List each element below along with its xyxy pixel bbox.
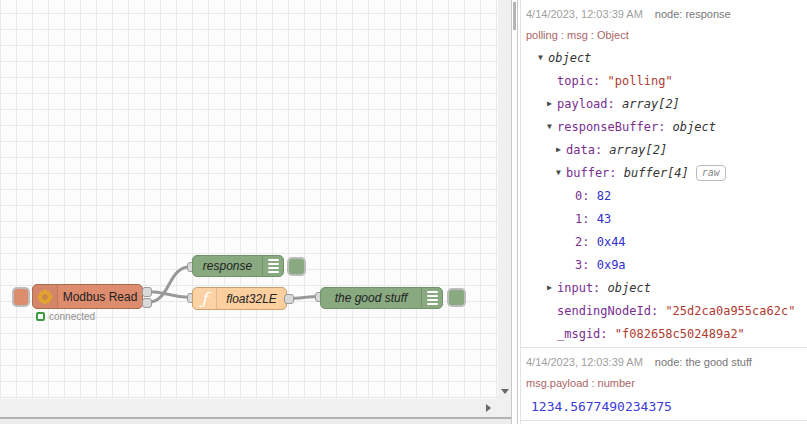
source-node-label: node: response bbox=[655, 8, 731, 20]
debug-tree-row: 3: 0x9a bbox=[538, 253, 807, 276]
sidebar-scrollbar-thumb[interactable] bbox=[513, 2, 516, 30]
modbus-output-port-1[interactable] bbox=[142, 287, 152, 297]
debug-number-value: 1234.5677490234375 bbox=[526, 394, 807, 418]
debug-message-topic: msg.payload : number bbox=[526, 372, 807, 394]
object-value: array[2] bbox=[609, 143, 667, 157]
node-red-editor: Modbus Read connected response ƒ float32… bbox=[0, 0, 807, 424]
status-dot-icon bbox=[36, 312, 45, 321]
debug-tree-row: ▶payload: array[2] bbox=[538, 92, 807, 115]
debug-sidebar[interactable]: 4/14/2023, 12:03:39 AM node: response po… bbox=[518, 0, 807, 424]
function-output-port[interactable] bbox=[284, 294, 294, 304]
node-label: float32LE bbox=[217, 288, 286, 309]
object-key: topic: bbox=[557, 74, 608, 88]
collapse-icon[interactable]: ▼ bbox=[547, 122, 557, 131]
source-node-label: node: the good stuff bbox=[655, 356, 752, 368]
debug-tree-row: 2: 0x44 bbox=[538, 230, 807, 253]
debug-message-meta: 4/14/2023, 12:03:39 AM node: the good st… bbox=[526, 352, 807, 372]
debug-tree-row: ▶input: object bbox=[538, 276, 807, 299]
expand-icon[interactable]: ▶ bbox=[547, 283, 557, 292]
object-key: input: bbox=[557, 281, 608, 295]
sidebar-scrollbar[interactable] bbox=[511, 0, 518, 424]
flow-canvas[interactable]: Modbus Read connected response ƒ float32… bbox=[0, 0, 498, 399]
node-label: Modbus Read bbox=[58, 285, 142, 308]
timestamp: 4/14/2023, 12:03:39 AM bbox=[526, 356, 643, 368]
node-modbus-read[interactable]: Modbus Read bbox=[32, 284, 143, 309]
scroll-down-arrow-icon[interactable] bbox=[501, 389, 509, 394]
object-value: 43 bbox=[597, 212, 611, 226]
expand-icon[interactable]: ▶ bbox=[556, 145, 566, 154]
debug-message-response[interactable]: 4/14/2023, 12:03:39 AM node: response po… bbox=[521, 0, 807, 348]
object-value: "25d2ca0a955ca62c" bbox=[665, 304, 795, 318]
object-value: object bbox=[548, 51, 591, 65]
node-label: response bbox=[193, 256, 262, 276]
debug-tree-row: ▼object bbox=[538, 46, 807, 69]
object-value: array[2] bbox=[622, 97, 680, 111]
raw-toggle-button[interactable]: raw bbox=[696, 165, 726, 181]
object-key: buffer: bbox=[566, 166, 624, 180]
debug-tree-row: 1: 43 bbox=[538, 207, 807, 230]
wire-modbus-to-function[interactable] bbox=[147, 292, 192, 298]
debug-tree-row: topic: "polling" bbox=[538, 69, 807, 92]
window-bottom-edge bbox=[0, 417, 511, 424]
object-key: _msgid: bbox=[557, 327, 615, 341]
debug-tree-row: ▼responseBuffer: object bbox=[538, 115, 807, 138]
debug-tree: ▼objecttopic: "polling"▶payload: array[2… bbox=[526, 46, 807, 345]
object-value: 82 bbox=[597, 189, 611, 203]
object-value: 0x44 bbox=[597, 235, 626, 249]
debug-message-meta: 4/14/2023, 12:03:39 AM node: response bbox=[526, 4, 807, 24]
object-key: 0: bbox=[575, 189, 597, 203]
goodstuff-debug-toggle-button[interactable] bbox=[447, 288, 466, 307]
response-debug-toggle-button[interactable] bbox=[287, 257, 306, 276]
debug-message-list: 4/14/2023, 12:03:39 AM node: response po… bbox=[520, 0, 807, 424]
modbus-output-port-2[interactable] bbox=[142, 298, 152, 308]
function-icon: ƒ bbox=[193, 288, 217, 309]
object-value: buffer[4] bbox=[624, 166, 689, 180]
scroll-right-arrow-icon[interactable] bbox=[486, 404, 491, 412]
object-value: object bbox=[673, 120, 716, 134]
canvas-horizontal-scrollbar[interactable] bbox=[0, 399, 511, 417]
canvas-vertical-scrollbar[interactable] bbox=[498, 0, 511, 399]
object-key: 1: bbox=[575, 212, 597, 226]
debug-icon bbox=[421, 288, 442, 308]
collapse-icon[interactable]: ▼ bbox=[556, 168, 566, 177]
node-float32le[interactable]: ƒ float32LE bbox=[192, 287, 287, 310]
debug-tree-row: ▼buffer: buffer[4]raw bbox=[538, 161, 807, 184]
timestamp: 4/14/2023, 12:03:39 AM bbox=[526, 8, 643, 20]
debug-tree-row: ▶data: array[2] bbox=[538, 138, 807, 161]
object-value: "f082658c502489a2" bbox=[615, 327, 745, 341]
object-key: data: bbox=[566, 143, 609, 157]
debug-message-topic: polling : msg : Object bbox=[526, 24, 807, 46]
node-the-good-stuff[interactable]: the good stuff bbox=[320, 287, 443, 309]
debug-icon bbox=[262, 256, 283, 276]
expand-icon[interactable]: ▶ bbox=[547, 99, 557, 108]
debug-tree-row: _msgid: "f082658c502489a2" bbox=[538, 322, 807, 345]
object-key: responseBuffer: bbox=[557, 120, 673, 134]
object-key: 3: bbox=[575, 258, 597, 272]
object-value: object bbox=[608, 281, 651, 295]
debug-tree-row: 0: 82 bbox=[538, 184, 807, 207]
wires-layer bbox=[0, 0, 498, 399]
debug-message-goodstuff[interactable]: 4/14/2023, 12:03:39 AM node: the good st… bbox=[521, 348, 807, 421]
object-key: 2: bbox=[575, 235, 597, 249]
node-label: the good stuff bbox=[321, 288, 421, 308]
object-key: sendingNodeId: bbox=[557, 304, 665, 318]
node-response[interactable]: response bbox=[192, 255, 284, 277]
modbus-node-button[interactable] bbox=[12, 287, 30, 307]
object-key: payload: bbox=[557, 97, 622, 111]
collapse-icon[interactable]: ▼ bbox=[538, 53, 548, 62]
object-value: "polling" bbox=[608, 74, 673, 88]
modbus-status: connected bbox=[36, 311, 95, 322]
modbus-icon bbox=[33, 285, 58, 308]
debug-tree-row: sendingNodeId: "25d2ca0a955ca62c" bbox=[538, 299, 807, 322]
status-text: connected bbox=[49, 311, 95, 322]
object-value: 0x9a bbox=[597, 258, 626, 272]
